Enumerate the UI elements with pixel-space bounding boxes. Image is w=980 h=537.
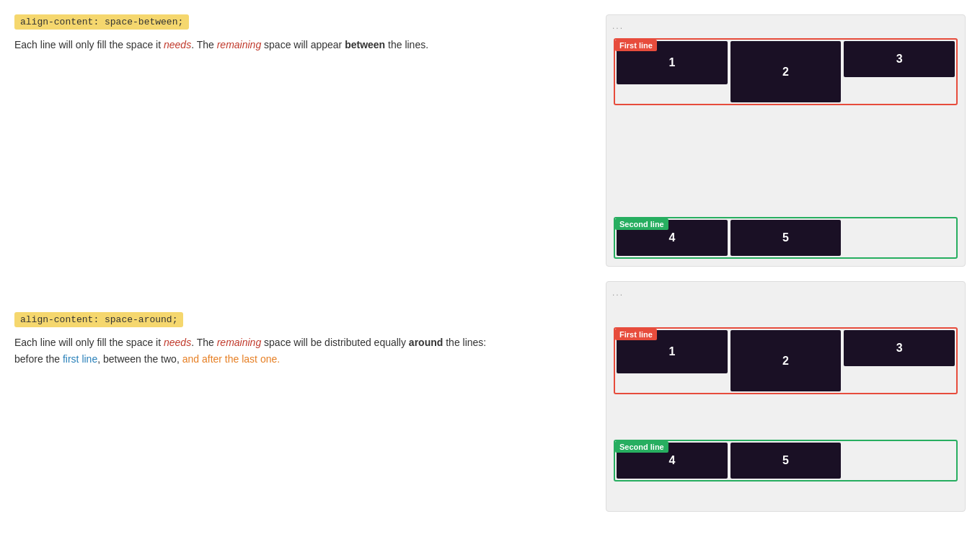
demo-space-around: ... First line 1 2 3 Second line 4 5 [606,281,966,512]
second-line-label-1: Second line [615,218,668,230]
first-line-row-1: First line 1 2 3 [614,38,958,105]
demo-inner-space-around: First line 1 2 3 Second line 4 5 [612,303,959,505]
flex-item-1-2: 2 [730,41,842,102]
flex-item-3-3: 3 [844,330,955,366]
section-space-around: align-content: space-around; Each line w… [14,312,591,367]
code-label-space-between: align-content: space-between; [14,14,189,30]
first-line-label-1: First line [615,40,657,51]
demo-inner-space-between: First line 1 2 3 Second line 4 5 [612,37,959,260]
demo-space-between: ... First line 1 2 3 Second line 4 5 [606,14,966,267]
description-space-between: Each line will only fill the space it ne… [14,37,591,53]
right-panel: ... First line 1 2 3 Second line 4 5 ... [606,14,966,523]
flex-item-1-3: 3 [844,41,955,77]
demo-dots-1: ... [612,21,959,31]
first-line-row-2: First line 1 2 3 [614,327,958,394]
code-label-space-around: align-content: space-around; [14,312,183,327]
second-line-label-2: Second line [615,441,668,453]
section-space-between: align-content: space-between; Each line … [14,14,591,53]
spacer-1 [614,105,958,217]
description-space-around: Each line will only fill the space it ne… [14,334,591,367]
flex-item-empty-1 [844,220,955,256]
flex-item-4-2: 5 [730,443,842,479]
flex-item-empty-2 [844,443,955,479]
left-panel: align-content: space-between; Each line … [14,14,591,523]
first-line-label-2: First line [615,329,657,340]
demo-dots-2: ... [612,288,959,298]
second-line-row-1: Second line 4 5 [614,217,958,259]
flex-item-3-2: 2 [730,330,842,391]
flex-item-2-2: 5 [730,220,842,256]
second-line-row-2: Second line 4 5 [614,440,958,481]
